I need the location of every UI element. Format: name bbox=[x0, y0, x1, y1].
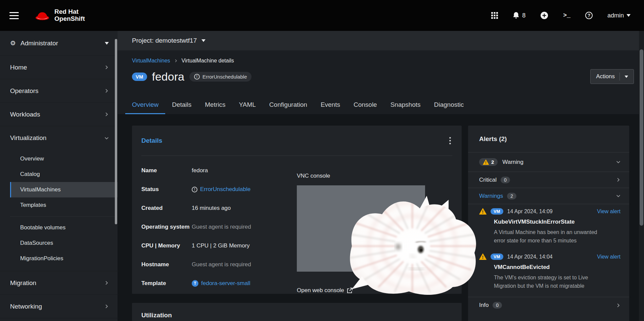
tab-details[interactable]: Details bbox=[165, 96, 198, 114]
sidebar-item-networking[interactable]: Networking bbox=[0, 295, 118, 318]
vm-kind-badge: VM bbox=[132, 73, 147, 81]
tab-overview[interactable]: Overview bbox=[125, 96, 165, 114]
chevron-right-icon bbox=[104, 89, 109, 93]
sidebar-item-operators[interactable]: Operators bbox=[0, 79, 118, 103]
detail-label: CPU | Memory bbox=[141, 242, 192, 249]
import-plus-icon[interactable] bbox=[540, 11, 548, 19]
chevron-right-icon bbox=[616, 303, 620, 308]
group-count-badge: 2 bbox=[507, 193, 516, 199]
openshift-console: Red Hat OpenShift 8 bbox=[0, 0, 644, 321]
masthead: Red Hat OpenShift 8 bbox=[0, 0, 644, 31]
open-web-console-label: Open web console bbox=[297, 287, 344, 294]
page-scrollbar-thumb[interactable] bbox=[640, 49, 643, 226]
sidebar-item-bootable-volumes[interactable]: Bootable volumes bbox=[10, 220, 118, 235]
masthead-toolbar: 8 >_ ? admin bbox=[491, 11, 631, 19]
details-card-title[interactable]: Details bbox=[141, 137, 162, 144]
brand-line2: OpenShift bbox=[54, 15, 85, 22]
detail-value: Guest agent is required bbox=[192, 224, 251, 230]
subnav-divider bbox=[10, 216, 118, 217]
sidebar-item-virtualization[interactable]: Virtualization bbox=[0, 126, 118, 150]
status-link[interactable]: ErrorUnschedulable bbox=[200, 186, 250, 193]
caret-down-icon bbox=[627, 14, 631, 17]
notification-count: 8 bbox=[522, 12, 525, 19]
view-alert-link[interactable]: View alert bbox=[597, 254, 620, 260]
warning-triangle-icon bbox=[483, 159, 489, 165]
caret-down-icon bbox=[625, 76, 628, 78]
help-icon[interactable]: ? bbox=[585, 12, 593, 19]
caret-down-icon bbox=[105, 42, 109, 45]
sidebar-item-label: Home bbox=[10, 64, 27, 71]
breadcrumb-link[interactable]: VirtualMachines bbox=[132, 58, 170, 64]
tab-bar: Overview Details Metrics YAML Configurat… bbox=[125, 96, 634, 114]
template-link[interactable]: fedora-server-small bbox=[201, 280, 250, 287]
chevron-right-icon bbox=[104, 65, 109, 70]
detail-label: Created bbox=[141, 205, 192, 212]
sidebar-item-workloads[interactable]: Workloads bbox=[0, 103, 118, 126]
kebab-menu-icon[interactable] bbox=[448, 136, 452, 146]
view-alert-link[interactable]: View alert bbox=[597, 209, 620, 215]
tab-events[interactable]: Events bbox=[314, 96, 347, 114]
template-icon: T bbox=[192, 280, 198, 287]
app-launcher-icon[interactable] bbox=[491, 12, 498, 19]
detail-row-os: Operating system Guest agent is required bbox=[141, 218, 297, 236]
tab-diagnostic[interactable]: Diagnostic bbox=[427, 96, 470, 114]
brand-logo[interactable]: Red Hat OpenShift bbox=[35, 8, 85, 22]
meme-overlay-image bbox=[342, 196, 481, 296]
sidebar-item-virtualmachines[interactable]: VirtualMachines bbox=[10, 182, 118, 197]
detail-label: Operating system bbox=[141, 224, 192, 230]
alerts-group-warnings[interactable]: Warnings 2 bbox=[468, 188, 629, 204]
alerts-group-critical[interactable]: Critical 0 bbox=[468, 172, 629, 188]
status-icon: ! bbox=[194, 74, 200, 80]
sidebar-item-label: Virtualization bbox=[10, 134, 46, 142]
utilization-card: Utilization bbox=[132, 303, 462, 321]
user-menu[interactable]: admin bbox=[607, 12, 631, 19]
sidebar-item-catalog[interactable]: Catalog bbox=[10, 167, 118, 182]
tab-console[interactable]: Console bbox=[347, 96, 384, 114]
nav-toggle-icon[interactable] bbox=[9, 12, 19, 19]
sidebar-item-label: DataSources bbox=[20, 240, 53, 246]
perspective-switcher[interactable]: ⚙ Administrator bbox=[0, 31, 118, 56]
alerts-group-info[interactable]: Info 0 bbox=[468, 297, 629, 313]
details-list: Name fedora Status ! ErrorUnschedulable bbox=[141, 161, 297, 294]
group-count-badge: 0 bbox=[493, 302, 502, 309]
tab-metrics[interactable]: Metrics bbox=[198, 96, 232, 114]
chevron-down-icon bbox=[104, 136, 109, 140]
breadcrumb: VirtualMachines VirtualMachine details bbox=[132, 58, 634, 64]
group-count-badge: 0 bbox=[501, 177, 510, 183]
user-name: admin bbox=[607, 12, 624, 19]
sidebar-item-label: Operators bbox=[10, 87, 38, 95]
sidebar-item-migrationpolicies[interactable]: MigrationPolicies bbox=[10, 251, 118, 266]
button-divider bbox=[619, 73, 620, 81]
sidebar-item-label: Overview bbox=[20, 155, 44, 162]
alerts-card: Alerts (2) 2 Warning bbox=[468, 126, 629, 321]
detail-row-created: Created 16 minutes ago bbox=[141, 199, 297, 218]
sidebar: ⚙ Administrator Home Operators bbox=[0, 31, 118, 321]
group-label: Warnings bbox=[479, 193, 503, 199]
tab-yaml[interactable]: YAML bbox=[232, 96, 263, 114]
detail-row-status: Status ! ErrorUnschedulable bbox=[141, 180, 297, 199]
sidebar-scrollbar[interactable] bbox=[115, 39, 117, 224]
status-icon: ! bbox=[192, 187, 197, 192]
breadcrumb-current: VirtualMachine details bbox=[182, 58, 234, 64]
detail-label: Status bbox=[141, 186, 192, 193]
chevron-right-icon bbox=[174, 59, 178, 62]
notifications-button[interactable]: 8 bbox=[513, 12, 525, 19]
project-selector[interactable]: Project: demotestwtf17 bbox=[118, 31, 644, 50]
tab-snapshots[interactable]: Snapshots bbox=[384, 96, 427, 114]
project-label: Project: demotestwtf17 bbox=[132, 37, 197, 44]
sidebar-item-datasources[interactable]: DataSources bbox=[10, 235, 118, 251]
detail-label: Hostname bbox=[141, 261, 192, 268]
terminal-icon[interactable]: >_ bbox=[563, 12, 570, 19]
sidebar-item-templates[interactable]: Templates bbox=[10, 197, 118, 213]
sidebar-item-home[interactable]: Home bbox=[0, 56, 118, 79]
detail-value: Guest agent is required bbox=[192, 261, 251, 268]
sidebar-item-label: VirtualMachines bbox=[20, 186, 61, 193]
bell-icon bbox=[513, 12, 519, 19]
actions-button[interactable]: Actions bbox=[590, 69, 634, 84]
actions-label: Actions bbox=[596, 73, 615, 80]
alerts-summary-row[interactable]: 2 Warning bbox=[468, 152, 629, 172]
sidebar-item-virt-overview[interactable]: Overview bbox=[10, 151, 118, 167]
chevron-down-icon bbox=[616, 160, 620, 164]
sidebar-item-migration[interactable]: Migration bbox=[0, 271, 118, 295]
tab-configuration[interactable]: Configuration bbox=[263, 96, 314, 114]
